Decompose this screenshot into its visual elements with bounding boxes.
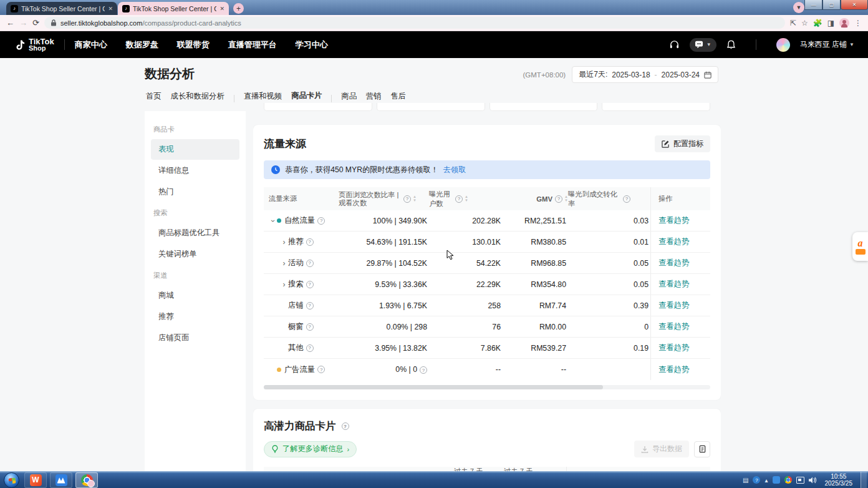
diagnosis-link[interactable]: 了解更多诊断信息 › — [264, 441, 357, 457]
sidebar-item-详细信息[interactable]: 详细信息 — [151, 160, 239, 181]
start-button[interactable] — [4, 472, 19, 488]
info-icon[interactable] — [306, 238, 314, 246]
tiktok-shop-logo[interactable]: TikTok Shop — [14, 38, 54, 52]
window-close-button[interactable]: ✕ — [841, 0, 868, 10]
info-icon[interactable] — [342, 422, 349, 430]
browser-tab-2[interactable]: ♪ TikTok Shop Seller Center | Cr... ✕ — [118, 2, 229, 15]
configure-metrics-button[interactable]: 配置指标 — [655, 135, 710, 152]
actions-cell: 查看趋势 — [650, 316, 711, 337]
refresh-icon[interactable]: ⟳ — [32, 18, 39, 27]
view-trend-link[interactable]: 查看趋势 — [658, 237, 689, 247]
info-icon[interactable] — [306, 323, 314, 331]
tray-app-icon[interactable] — [773, 476, 780, 484]
info-icon[interactable] — [555, 195, 562, 203]
list-view-button[interactable] — [694, 441, 710, 457]
info-icon[interactable] — [306, 260, 314, 267]
share-icon[interactable]: ⇱ — [790, 19, 796, 27]
volume-icon[interactable] — [809, 477, 817, 484]
tray-chrome-icon[interactable] — [784, 476, 792, 484]
view-trend-link[interactable]: 查看趋势 — [658, 300, 689, 311]
tab-首页[interactable]: 首页 — [146, 91, 162, 105]
tab-close-icon[interactable]: ✕ — [219, 6, 224, 12]
taskbar-app-wps[interactable]: W — [24, 472, 47, 488]
view-trend-link[interactable]: 查看趋势 — [658, 364, 689, 375]
nav-item-data-compass[interactable]: 数据罗盘 — [126, 39, 158, 51]
info-icon[interactable] — [403, 195, 411, 203]
side-panel-icon[interactable]: ◨ — [827, 19, 834, 27]
address-bar[interactable]: seller.tiktokglobalshop.com/compass/prod… — [44, 17, 785, 29]
window-maximize-button[interactable]: ▢ — [822, 0, 841, 10]
info-icon[interactable] — [317, 217, 325, 225]
sidebar-item-店铺页面[interactable]: 店铺页面 — [151, 328, 239, 348]
date-range-picker[interactable]: 最近7天: 2025-03-18 - 2025-03-24 — [572, 66, 718, 83]
nav-item-seller-center[interactable]: 商家中心 — [75, 39, 107, 51]
aliwangwang-icon: a — [858, 239, 863, 248]
expand-icon[interactable] — [280, 259, 288, 268]
taskbar-clock[interactable]: 10:55 2025/3/25 — [825, 473, 853, 487]
sidebar-item-热门[interactable]: 热门 — [151, 182, 239, 202]
tray-help-icon[interactable]: ? — [753, 476, 760, 484]
info-icon[interactable] — [420, 366, 427, 374]
window-minimize-button[interactable]: — — [804, 0, 822, 10]
info-icon[interactable] — [623, 195, 630, 203]
forward-icon[interactable]: → — [19, 18, 27, 27]
view-trend-link[interactable]: 查看趋势 — [658, 279, 689, 290]
view-trend-link[interactable]: 查看趋势 — [658, 321, 689, 332]
taskbar-app-chrome[interactable] — [75, 472, 98, 488]
new-tab-button[interactable]: + — [233, 3, 244, 14]
store-avatar[interactable] — [776, 38, 790, 52]
traffic-row-橱窗: 橱窗0.09% | 29876RM0.000查看趋势 — [264, 316, 710, 338]
clock-time: 10:55 — [825, 473, 853, 480]
info-icon[interactable] — [306, 302, 314, 310]
info-icon[interactable] — [306, 281, 314, 288]
view-trend-link[interactable]: 查看趋势 — [658, 215, 689, 226]
sort-icon[interactable] — [465, 195, 468, 202]
show-desktop-button[interactable] — [861, 472, 867, 488]
traffic-source-cell: 自然流量 — [264, 215, 357, 226]
view-trend-link[interactable]: 查看趋势 — [658, 258, 689, 268]
scrollbar-thumb[interactable] — [264, 385, 603, 389]
expand-icon[interactable] — [280, 280, 288, 289]
sidebar-item-商品标题优化工具[interactable]: 商品标题优化工具 — [151, 223, 239, 243]
nav-item-affiliate[interactable]: 联盟带货 — [177, 39, 210, 51]
messages-button[interactable]: ▼ — [690, 38, 716, 52]
expand-icon[interactable] — [269, 217, 277, 225]
sidebar-item-商城[interactable]: 商城 — [151, 285, 239, 306]
export-data-button[interactable]: 导出数据 — [634, 441, 689, 457]
tab-search-button[interactable]: ▼ — [793, 2, 804, 13]
extensions-puzzle-icon[interactable]: 🧩 — [813, 19, 822, 27]
bell-icon[interactable] — [726, 40, 736, 50]
bookmark-star-icon[interactable]: ☆ — [801, 19, 808, 27]
back-icon[interactable]: ← — [6, 18, 14, 27]
info-icon[interactable] — [317, 366, 325, 373]
timezone-label: (GMT+08:00) — [523, 71, 566, 79]
expand-icon[interactable] — [280, 238, 288, 246]
traffic-source-cell: 活动 — [264, 258, 357, 268]
nav-item-learning-center[interactable]: 学习中心 — [296, 39, 328, 51]
taskbar-app-meeting[interactable] — [50, 472, 72, 488]
aliwangwang-widget[interactable]: a — [852, 232, 868, 261]
info-icon[interactable] — [306, 344, 314, 352]
sidebar-item-关键词榜单[interactable]: 关键词榜单 — [151, 244, 239, 265]
tab-成长和数据分析[interactable]: 成长和数据分析 — [171, 91, 224, 105]
info-icon[interactable] — [455, 195, 463, 203]
traffic-table-header: 流量来源 页面浏览次数比率 | 观看次数 曝光用户数 GMV 曝光到成交转化率 … — [264, 187, 710, 210]
sidebar-item-推荐[interactable]: 推荐 — [151, 306, 239, 327]
network-icon[interactable] — [796, 477, 804, 484]
sidebar-item-表现[interactable]: 表现 — [151, 139, 239, 160]
cell-impression-users: 76 — [429, 323, 503, 331]
browser-tab-1[interactable]: ♪ TikTok Shop Seller Center | Cr... ✕ — [6, 2, 117, 15]
horizontal-scrollbar[interactable] — [264, 385, 710, 389]
profile-avatar[interactable] — [839, 18, 849, 28]
tray-show-hidden-icon[interactable]: ▴ — [764, 477, 768, 484]
headset-icon[interactable] — [669, 39, 680, 50]
store-switcher[interactable]: 马来西亚 店铺 ▼ — [800, 39, 854, 50]
nav-item-live-management[interactable]: 直播管理平台 — [228, 39, 277, 51]
tray-printer-icon[interactable]: ▤ — [743, 477, 748, 484]
view-trend-link[interactable]: 查看趋势 — [658, 343, 689, 353]
cell-conversion-rate: 0 — [568, 323, 650, 331]
claim-coupon-link[interactable]: 去领取 — [443, 165, 466, 175]
sort-icon[interactable] — [413, 195, 417, 202]
menu-dots-icon[interactable]: ⋮ — [854, 19, 862, 27]
tab-close-icon[interactable]: ✕ — [108, 6, 113, 12]
